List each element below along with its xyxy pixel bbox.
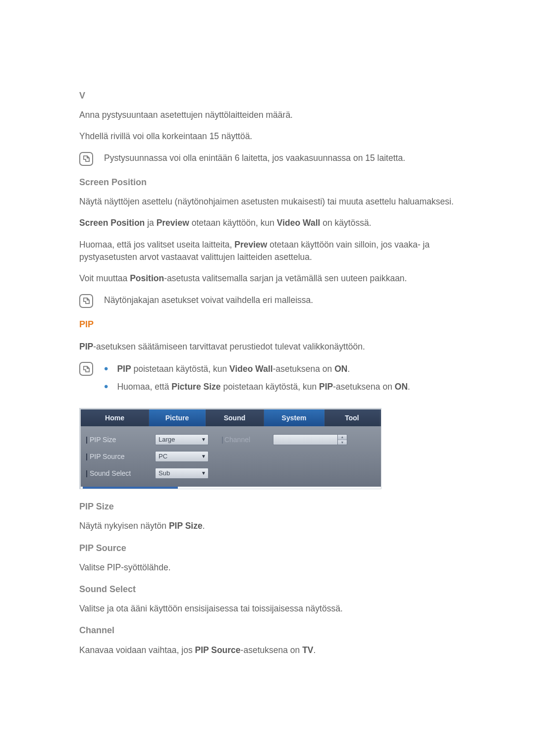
text-pip-size: Näytä nykyisen näytön PIP Size. [79,520,456,532]
bullet-icon: • [104,363,108,373]
text-bold: TV [302,645,313,655]
text: Channel [224,436,250,444]
panel-body: |PIP Size Large ▼ |Channel ▲ ▼ |PIP Sour… [81,426,381,487]
note-icon [79,152,93,166]
text: -asetuksena on [333,382,395,392]
text-bold: PIP Source [195,645,241,655]
text: Näytä nykyisen näytön [79,521,169,531]
text-bold: Video Wall [277,218,321,228]
text: -asetuksena on [273,364,335,374]
text: Huomaa, että [117,382,171,392]
text: PIP Source [90,452,125,461]
text-bold: Video Wall [229,364,273,374]
text-sp-p3: Huomaa, että jos valitset useita laittei… [79,239,456,264]
heading-pip-size: PIP Size [79,500,456,513]
tab-system[interactable]: System [264,409,324,426]
text-v-p1: Anna pystysuuntaan asetettujen näyttölai… [79,109,456,121]
text-sp-p2: Screen Position ja Preview otetaan käytt… [79,217,456,229]
note-text: Näytönjakajan asetukset voivat vaihdella… [104,294,456,306]
dropdown-pip-size[interactable]: Large ▼ [155,434,209,445]
text: PIP Size [90,435,116,445]
text: . [203,521,205,531]
text-bold: ON [395,382,408,392]
text: -asetusta valitsemalla sarjan ja vetämäl… [164,273,407,283]
stepper-up-icon[interactable]: ▲ [338,435,347,440]
text-sound-select: Valitse ja ota ääni käyttöön ensisijaise… [79,603,456,615]
text-bold: PIP [117,364,131,374]
text: poistetaan käytöstä, kun [131,364,229,374]
channel-stepper[interactable]: ▲ ▼ [273,434,347,445]
list-item: • PIP poistetaan käytöstä, kun Video Wal… [104,363,456,375]
text: PIP poistetaan käytöstä, kun Video Wall-… [117,363,350,375]
text: Sound Select [90,468,131,478]
pip-settings-panel: Home Picture Sound System Tool |PIP Size… [79,408,381,489]
chevron-down-icon: ▼ [201,470,206,477]
text-bold: Position [130,273,164,283]
tab-picture[interactable]: Picture [149,409,206,426]
label-sound-select: |Sound Select [86,468,150,478]
text-pip-p1: PIP-asetuksen säätämiseen tarvittavat pe… [79,341,456,353]
text: -asetuksena on [241,645,303,655]
dropdown-pip-source[interactable]: PC ▼ [155,451,209,462]
label-channel: |Channel [221,435,266,445]
text-bold: Picture Size [171,382,220,392]
tab-tool[interactable]: Tool [324,409,380,426]
note-text: Pystysuunnassa voi olla enintään 6 laite… [104,152,456,164]
dropdown-value: Large [159,435,175,445]
heading-pip: PIP [79,318,456,331]
note-icon [79,294,93,308]
text-bold: ON [334,364,347,374]
text-channel: Kanavaa voidaan vaihtaa, jos PIP Source-… [79,644,456,656]
text-bold: Preview [157,218,189,228]
text: Voit muuttaa [79,273,130,283]
text: . [314,645,316,655]
dropdown-value: Sub [159,469,170,478]
text-bold: Screen Position [79,218,145,228]
tab-bar: Home Picture Sound System Tool [81,409,381,426]
heading-v: V [79,89,456,102]
text: on käytössä. [320,218,371,228]
tab-sound[interactable]: Sound [206,409,264,426]
stepper-down-icon[interactable]: ▼ [338,440,347,445]
channel-input[interactable] [273,434,337,445]
panel-accent-bar [83,487,178,489]
text: Huomaa, että jos valitset useita laittei… [79,240,234,250]
text-v-p2: Yhdellä rivillä voi olla korkeintaan 15 … [79,130,456,143]
note-bullets: • PIP poistetaan käytöstä, kun Video Wal… [104,363,456,398]
text-sp-p4: Voit muuttaa Position-asetusta valitsema… [79,272,456,285]
row-pip-size: |PIP Size Large ▼ |Channel ▲ ▼ [83,431,379,448]
row-pip-source: |PIP Source PC ▼ [83,448,379,465]
text: . [408,382,410,392]
text: -asetuksen säätämiseen tarvittavat perus… [93,342,365,352]
note-icon [79,362,93,376]
text-sp-p1: Näytä näyttöjen asettelu (näytönohjaimen… [79,196,456,208]
note-sp: Näytönjakajan asetukset voivat vaihdella… [79,294,456,308]
text-bold: Preview [234,240,267,250]
chevron-down-icon: ▼ [201,453,206,460]
text: Kanavaa voidaan vaihtaa, jos [79,645,195,655]
chevron-down-icon: ▼ [201,436,206,444]
label-pip-source: |PIP Source [86,452,150,461]
label-pip-size: |PIP Size [86,435,150,445]
note-pip: • PIP poistetaan käytöstä, kun Video Wal… [79,362,456,398]
heading-pip-source: PIP Source [79,542,456,554]
text-bold: PIP [79,342,93,352]
row-sound-select: |Sound Select Sub ▼ [83,465,379,482]
heading-channel: Channel [79,624,456,637]
text: ja [145,218,156,228]
stepper-buttons[interactable]: ▲ ▼ [337,434,347,445]
text-pip-source: Valitse PIP-syöttölähde. [79,561,456,574]
dropdown-sound-select[interactable]: Sub ▼ [155,468,209,479]
dropdown-value: PC [159,452,167,461]
text-bold: PIP Size [169,521,203,531]
list-item: • Huomaa, että Picture Size poistetaan k… [104,381,456,393]
bullet-icon: • [104,381,108,391]
text: Huomaa, että Picture Size poistetaan käy… [117,381,410,393]
tab-home[interactable]: Home [81,409,149,426]
note-v: Pystysuunnassa voi olla enintään 6 laite… [79,152,456,166]
text: . [347,364,350,374]
text: otetaan käyttöön, kun [189,218,277,228]
text: poistetaan käytöstä, kun [221,382,319,392]
text-bold: PIP [319,382,333,392]
heading-sound-select: Sound Select [79,583,456,596]
